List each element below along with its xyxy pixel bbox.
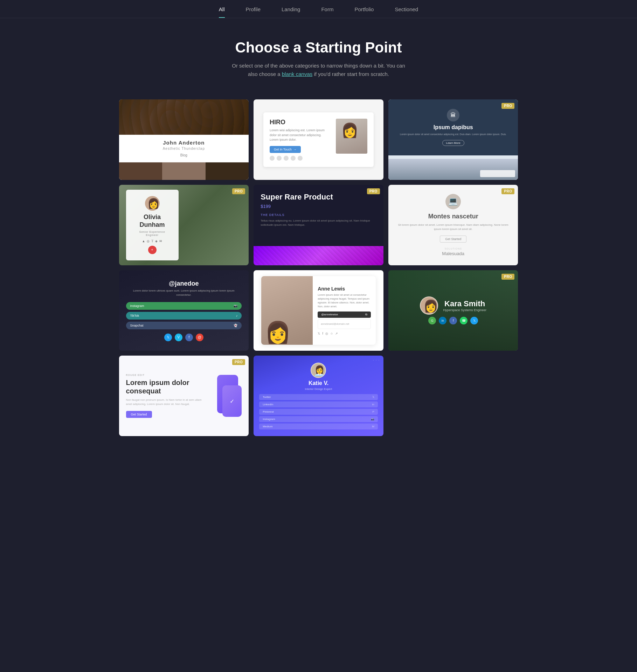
olivia-icon-4: ◈ (155, 239, 158, 243)
product-image-strip (254, 246, 383, 265)
janedoe-links: Instagram 📷 TikTok ♪ Snapchat 👻 (126, 302, 242, 329)
katie-link-linkedin[interactable]: LinkedIn in (259, 401, 378, 407)
blank-canvas-link[interactable]: blank canvas (282, 71, 313, 77)
kara-facebook-icon[interactable]: f (449, 317, 457, 324)
janedoe-twitter-icon[interactable]: 𝕏 (164, 334, 172, 341)
nav-item-landing[interactable]: Landing (282, 6, 300, 18)
olivia-contact-button[interactable]: + (148, 246, 157, 254)
thumb-3 (206, 162, 249, 180)
kara-google-icon[interactable]: G (428, 317, 436, 324)
anne-email: annelewed@domain.net (321, 322, 349, 326)
copy-icon: ⧉ (365, 313, 367, 316)
katie-link-medium[interactable]: Medium M (259, 424, 378, 429)
kara-role: Hyperspace Systems Engineer (443, 308, 486, 312)
ipsum-icon: 🏛 (447, 109, 459, 121)
kara-name: Kara Smith (443, 299, 486, 308)
nav-item-sectioned[interactable]: Sectioned (395, 6, 418, 18)
template-card-lorem[interactable]: PRO ROUGE EDIT Lorem ipsum dolor consequ… (119, 356, 249, 436)
janedoe-handle: @janedoe (169, 280, 199, 287)
template-card-anne[interactable]: Anne Lewis Lorem ipsum dolor sit amet ut… (254, 270, 383, 351)
olivia-role: Senior Experience Engineer (133, 230, 172, 237)
instagram-icon-katie: 📷 (371, 418, 374, 421)
template-card-janedoe[interactable]: @janedoe Lorem dolor lorem ultrices quam… (119, 270, 249, 351)
linkedin-icon: in (372, 403, 374, 406)
olivia-icon-3: 𝕋 (151, 239, 153, 243)
kara-phone-icon[interactable]: ☎ (460, 317, 468, 324)
olivia-inner: Olivia Dunham Senior Experience Engineer… (119, 185, 249, 265)
janedoe-fb-icon[interactable]: f (185, 334, 193, 341)
janedoe-instagram-link[interactable]: Instagram 📷 (126, 302, 242, 310)
ipsum-learn-more-button[interactable]: Learn More (442, 140, 464, 146)
product-title: Super Rare Product (261, 192, 376, 202)
tiktok-icon: ♪ (236, 314, 238, 317)
email-copy-icon: ⧉ (364, 321, 368, 327)
montes-get-started-button[interactable]: Get Started (440, 236, 466, 243)
arrow-icon: → (293, 148, 297, 151)
pro-badge-olivia: PRO (232, 188, 245, 194)
social-icon-3 (284, 156, 289, 161)
lorem-left: ROUGE EDIT Lorem ipsum dolor consequat N… (126, 374, 207, 418)
anne-photo (261, 276, 313, 345)
template-card-kara[interactable]: PRO Kara Smith Hyperspace Systems Engine… (388, 270, 518, 351)
card-ipsum-top: 🏛 Ipsum dapibus Lorem ipsum dolor sit am… (388, 99, 518, 155)
katie-link-instagram[interactable]: Instagram 📷 (259, 416, 378, 422)
pro-badge-kara: PRO (501, 274, 514, 280)
anne-share-icon[interactable]: ↗ (335, 332, 338, 335)
pro-badge-product: PRO (367, 188, 380, 194)
anne-bookmark-icon[interactable]: ☆ (330, 332, 333, 335)
pinterest-icon: P (372, 410, 374, 413)
janedoe-email-icon[interactable]: @ (196, 334, 203, 341)
anne-inner: Anne Lewis Lorem ipsum dolor sit amet ut… (261, 276, 375, 345)
template-card-hiro[interactable]: HIRO Lorem wisi adipiscing est. Lorem ip… (254, 99, 383, 180)
template-card-john[interactable]: John Anderton Aesthetic Thunderclap Blog (119, 99, 249, 180)
lorem-title: Lorem ipsum dolor consequat (126, 378, 207, 395)
hiro-social-icons (270, 156, 331, 161)
pro-badge-montes: PRO (501, 188, 514, 194)
kara-twitter-icon[interactable]: 𝕏 (470, 317, 478, 324)
anne-fb-icon[interactable]: f (322, 332, 323, 335)
hero-description: Or select one of the above categories to… (7, 62, 630, 78)
anne-email-row: annelewed@domain.net ⧉ (318, 319, 371, 329)
nav-item-all[interactable]: All (219, 6, 225, 18)
pro-badge-lorem: PRO (232, 359, 245, 365)
nav-item-profile[interactable]: Profile (246, 6, 261, 18)
card-hiro-desc: Lorem wisi adipiscing est. Lorem ipsum d… (270, 128, 331, 142)
social-icon-5 (298, 156, 303, 161)
lorem-right: ✓ ✓ (207, 371, 242, 420)
olivia-social-icons: ▲ ◎ 𝕋 ◈ ✉ (133, 239, 172, 243)
card-hiro-inner: HIRO Lorem wisi adipiscing est. Lorem ip… (263, 112, 374, 167)
olivia-icon-1: ▲ (142, 239, 145, 243)
katie-role: Interior Design Expert (305, 387, 332, 391)
lorem-get-started-button[interactable]: Get Started (126, 411, 152, 418)
template-card-montes[interactable]: PRO Montes nascetur Sit lorem ipsum dolo… (388, 185, 518, 265)
social-icon-4 (291, 156, 296, 161)
janedoe-tiktok-link[interactable]: TikTok ♪ (126, 312, 242, 320)
social-icon-1 (270, 156, 275, 161)
product-price: $199 (261, 204, 376, 209)
kara-info: Kara Smith Hyperspace Systems Engineer (443, 299, 486, 312)
lorem-phone-2: ✓ (222, 385, 242, 417)
main-nav: All Profile Landing Form Portfolio Secti… (0, 0, 637, 18)
template-card-olivia[interactable]: PRO Olivia Dunham Senior Experience Engi… (119, 185, 249, 265)
anne-btn-dark[interactable]: @annelewise ⧉ (318, 312, 371, 318)
ipsum-white-bar (480, 170, 515, 177)
template-card-product[interactable]: PRO Super Rare Product $199 THE DETAILS … (254, 185, 383, 265)
anne-social-icons: 𝕏 f ◎ ☆ ↗ (318, 332, 371, 335)
template-card-katie[interactable]: Katie V. Interior Design Expert Twitter … (254, 356, 383, 436)
thumb-2 (162, 162, 206, 180)
janedoe-vimeo-icon[interactable]: V (175, 334, 182, 341)
instagram-icon: 📷 (234, 304, 237, 308)
anne-user-icon[interactable]: ◎ (325, 332, 328, 335)
kara-linkedin-icon[interactable]: in (439, 317, 446, 324)
hiro-cta-button[interactable]: Get In Touch → (270, 146, 301, 153)
katie-link-twitter[interactable]: Twitter 𝕏 (259, 394, 378, 400)
janedoe-snapchat-link[interactable]: Snapchat 👻 (126, 322, 242, 329)
product-detail-label: THE DETAILS (261, 213, 376, 217)
katie-link-pinterest[interactable]: Pinterest P (259, 409, 378, 415)
template-card-ipsum[interactable]: PRO 🏛 Ipsum dapibus Lorem ipsum dolor si… (388, 99, 518, 180)
product-desc: Tellus risus adipiscing eu. Lorem ipsum … (261, 219, 376, 227)
nav-item-portfolio[interactable]: Portfolio (354, 6, 374, 18)
anne-twitter-icon[interactable]: 𝕏 (318, 332, 320, 335)
katie-name: Katie V. (309, 380, 328, 386)
nav-item-form[interactable]: Form (321, 6, 333, 18)
